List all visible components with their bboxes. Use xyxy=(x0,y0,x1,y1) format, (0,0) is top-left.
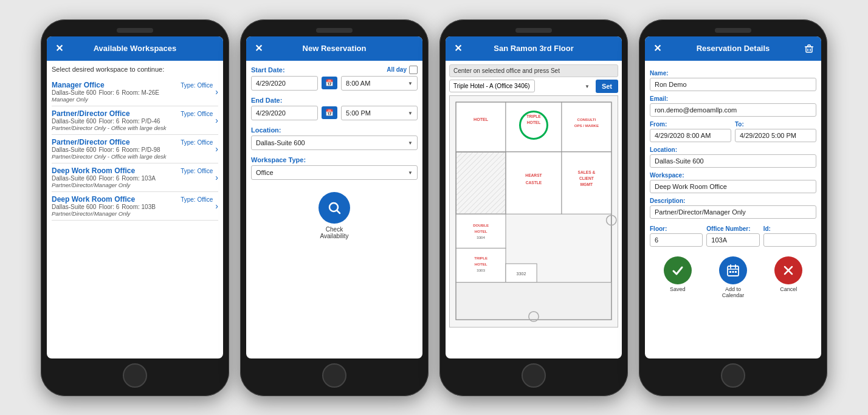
all-day-group: All day xyxy=(387,66,418,74)
svg-text:OPS / MARKE: OPS / MARKE xyxy=(574,123,599,128)
to-label: To: xyxy=(735,121,816,128)
workspace-chevron: › xyxy=(215,201,218,211)
phone2-header: ✕ New Reservation xyxy=(246,36,422,61)
workspace-item[interactable]: Partner/Director Office Type: Office Dal… xyxy=(52,106,218,135)
phone1-close-icon[interactable]: ✕ xyxy=(53,43,65,55)
svg-rect-34 xyxy=(456,151,506,213)
workspace-floor: Floor: 6 xyxy=(98,204,119,210)
workspace-location: Dallas-Suite 600 xyxy=(52,89,96,96)
workspace-item[interactable]: Partner/Director Office Type: Office Dal… xyxy=(52,135,218,163)
phone2-close-icon[interactable]: ✕ xyxy=(252,43,264,55)
location-input[interactable] xyxy=(650,154,816,168)
location-label: Location: xyxy=(650,146,816,153)
svg-rect-31 xyxy=(456,282,611,319)
id-input[interactable] xyxy=(763,233,816,247)
id-label: Id: xyxy=(763,225,816,232)
workspace-location: Dallas-Suite 600 xyxy=(52,146,96,153)
phone-screen-2: ✕ New Reservation Start Date: All day xyxy=(246,36,422,358)
floor-input[interactable] xyxy=(650,233,703,247)
phone-speaker-3 xyxy=(515,28,552,33)
end-time-select[interactable]: 5:00 PM xyxy=(341,106,418,120)
phone3-home-button[interactable] xyxy=(522,363,546,388)
phone-screen-4: ✕ Reservation Details Name: xyxy=(645,36,821,358)
phone1-home-button[interactable] xyxy=(123,363,147,388)
check-availability-button[interactable]: CheckAvailability xyxy=(251,192,418,239)
to-col: To: xyxy=(735,117,816,142)
workspace-name: Manager Office xyxy=(52,81,105,89)
phone3-close-icon[interactable]: ✕ xyxy=(452,43,464,55)
workspace-item[interactable]: Deep Work Room Office Type: Office Dalla… xyxy=(52,163,218,192)
workspace-type-group: Workspace Type: Office xyxy=(251,156,418,180)
workspace-type: Type: Office xyxy=(181,82,213,89)
phone2-title: New Reservation xyxy=(264,44,404,53)
phone4-body: Name: Email: From: To: Location: xyxy=(645,61,821,358)
workspace-room: Room: 103A xyxy=(122,175,156,182)
workspace-location: Dallas-Suite 600 xyxy=(52,204,96,210)
phone4-home-button[interactable] xyxy=(721,363,745,388)
location-group: Location: Dallas-Suite 600 xyxy=(251,126,418,150)
name-input[interactable] xyxy=(650,78,816,91)
workspace-location: Dallas-Suite 600 xyxy=(52,175,96,182)
svg-text:HOTEL: HOTEL xyxy=(475,228,487,233)
phone3-title: San Ramon 3rd Floor xyxy=(464,44,604,53)
office-number-input[interactable] xyxy=(706,233,759,247)
phone4-header: ✕ Reservation Details xyxy=(645,36,821,61)
cancel-label: Cancel xyxy=(780,286,797,292)
workspace-details: Dallas-Suite 600 Floor: 6 Room: P/D-46 xyxy=(52,118,213,125)
add-to-calendar-button[interactable]: Add toCalendar xyxy=(719,256,747,298)
workspace-chevron: › xyxy=(215,115,218,125)
svg-text:MGMT: MGMT xyxy=(580,182,593,187)
workspace-chevron: › xyxy=(215,173,218,182)
start-date-input[interactable] xyxy=(251,76,318,91)
map-selector-row: Triple Hotel - A (Office 3406) ▼ Set xyxy=(449,80,618,93)
phone-speaker-2 xyxy=(316,28,353,33)
set-button[interactable]: Set xyxy=(596,80,618,93)
workspace-details: Dallas-Suite 600 Floor: 6 Room: M-26E xyxy=(52,89,213,96)
floor-col: Floor: xyxy=(650,221,703,247)
phone-screen-3: ✕ San Ramon 3rd Floor Center on selected… xyxy=(446,36,622,358)
id-col: Id: xyxy=(763,221,816,247)
workspace-floor: Floor: 6 xyxy=(98,89,119,96)
workspace-room: Room: M-26E xyxy=(122,89,159,96)
office-selector[interactable]: Triple Hotel - A (Office 3406) xyxy=(449,80,535,92)
phones-container: ✕ Available Workspaces Select desired wo… xyxy=(41,19,827,396)
workspace-floor: Floor: 6 xyxy=(98,175,119,182)
workspace-item[interactable]: Manager Office Type: Office Dallas-Suite… xyxy=(52,78,218,106)
from-input[interactable] xyxy=(650,129,731,142)
workspace-item[interactable]: Deep Work Room Office Type: Office Dalla… xyxy=(52,192,218,221)
location-wrapper: Dallas-Suite 600 xyxy=(251,135,418,150)
email-label: Email: xyxy=(650,95,816,102)
name-label: Name: xyxy=(650,70,816,77)
calendar-label: Add toCalendar xyxy=(722,286,745,298)
workspace-info: Manager Office Type: Office Dallas-Suite… xyxy=(52,81,213,103)
saved-icon xyxy=(664,256,692,284)
from-to-row: From: To: xyxy=(650,117,816,142)
workspace-name: Deep Work Room Office xyxy=(52,195,135,204)
phone1-header: ✕ Available Workspaces xyxy=(47,36,223,61)
all-day-checkbox[interactable] xyxy=(409,66,418,74)
workspace-input[interactable] xyxy=(650,180,816,193)
start-time-select[interactable]: 8:00 AM xyxy=(341,76,418,91)
description-input[interactable] xyxy=(650,205,816,219)
to-input[interactable] xyxy=(735,129,816,142)
end-date-label: End Date: xyxy=(251,97,418,104)
end-date-cal-icon[interactable]: 📅 xyxy=(322,106,337,119)
floor-map-svg: HOTEL TRIPLE HOTEL CONSULTI OPS / MARKE xyxy=(450,96,618,326)
location-select[interactable]: Dallas-Suite 600 xyxy=(251,135,418,150)
phone2-home-button[interactable] xyxy=(322,363,346,388)
cancel-button[interactable]: Cancel xyxy=(774,256,802,292)
start-date-label: Start Date: xyxy=(251,66,285,74)
phone4-trash-icon[interactable] xyxy=(803,43,815,55)
end-date-input[interactable] xyxy=(251,106,318,120)
workspace-type-select[interactable]: Office xyxy=(251,165,418,180)
saved-button[interactable]: Saved xyxy=(664,256,692,292)
svg-rect-47 xyxy=(729,271,731,273)
workspace-note: Partner/Director Only - Office with larg… xyxy=(52,153,213,160)
phone-3: ✕ San Ramon 3rd Floor Center on selected… xyxy=(439,19,628,396)
svg-rect-4 xyxy=(456,102,506,152)
phone4-close-icon[interactable]: ✕ xyxy=(651,43,663,55)
start-date-cal-icon[interactable]: 📅 xyxy=(322,77,337,89)
workspace-room: Room: 103B xyxy=(122,204,156,210)
email-input[interactable] xyxy=(650,103,816,117)
svg-text:3302: 3302 xyxy=(517,272,526,276)
